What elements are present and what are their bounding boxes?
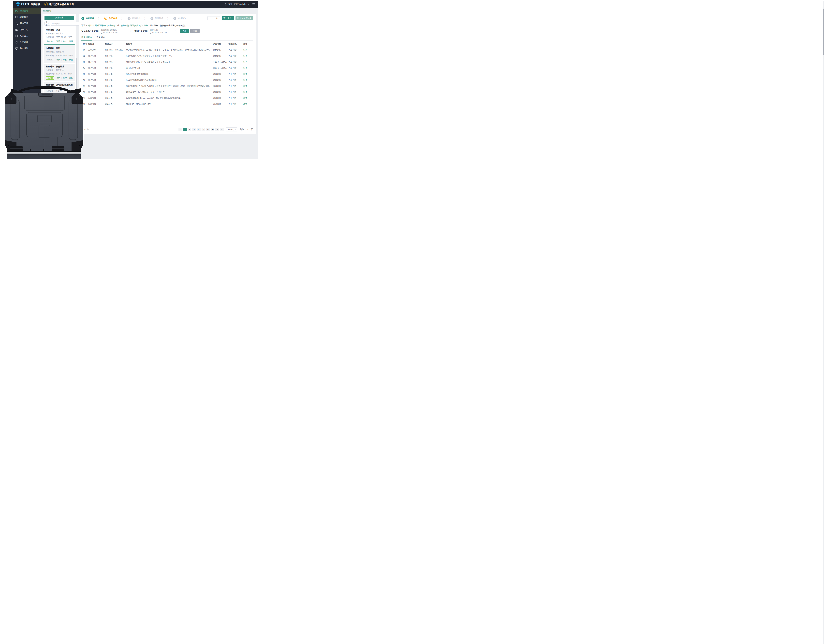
sidebar-item-系统运维[interactable]: 系统运维› xyxy=(13,45,41,52)
chevron-down-icon[interactable]: ∨ xyxy=(248,3,249,5)
tab-check-items[interactable]: 检查项列表 xyxy=(81,35,92,40)
menu-icon[interactable] xyxy=(252,3,255,5)
check-action-link[interactable]: 检查 xyxy=(243,85,248,87)
cell-severity: 弱口令：高危... xyxy=(213,67,228,69)
prev-page-button[interactable]: 〈 xyxy=(178,128,182,131)
column-header-检查结果: 检查结果 xyxy=(228,43,243,45)
device-corner-bumper xyxy=(72,93,83,104)
card-action-删除[interactable]: 删除 xyxy=(69,77,73,80)
task-card-title: 检查对象：测试 xyxy=(46,47,73,50)
cell-check-item: 远程登录应使用https，ssh协议，禁止使用其他远程登录协议。 xyxy=(126,97,213,100)
page-button-6[interactable]: 6 xyxy=(206,128,210,131)
card-action-删除[interactable]: 删除 xyxy=(69,58,73,61)
baseline-task-select[interactable]: 配置核查在线任务_20241010174302 ∨ xyxy=(100,29,132,33)
card-action-修改[interactable]: 修改 xyxy=(63,58,67,61)
task-card[interactable]: 检查对象：测试检查对象：调度主站检查时间：2024-10-30 - 2024-1… xyxy=(44,46,75,63)
task-card-title: 检查对象：测试 xyxy=(46,29,73,31)
check-action-link[interactable]: 检查 xyxy=(243,67,248,69)
sidebar-item-系统管理[interactable]: 系统管理› xyxy=(13,39,41,45)
cell-result: 人工判断 xyxy=(228,79,243,81)
prev-step-button[interactable]: 〈 上一步 xyxy=(208,16,220,20)
brand-name: ELEX xyxy=(21,3,29,6)
sidebar-item-系统日志[interactable]: 系统日志› xyxy=(13,33,41,39)
task-card[interactable]: 检查对象：测试检查对象：调度主站检查时间：2025-01-08 - 2025-0… xyxy=(44,27,75,44)
step-体系结构[interactable]: ✓体系结构 xyxy=(81,17,94,20)
check-action-link[interactable]: 检查 xyxy=(243,61,248,63)
elex-diamond-icon xyxy=(16,2,20,6)
chevron-down-icon: ∨ xyxy=(175,30,176,32)
card-action-修改[interactable]: 修改 xyxy=(63,77,67,80)
more-pages-button[interactable]: ••• xyxy=(211,128,214,131)
cell-check-item: 口令应密文存储 xyxy=(126,67,213,69)
check-action-link[interactable]: 检查 xyxy=(243,103,248,106)
step-运维行为[interactable]: 6运维行为 xyxy=(174,17,186,20)
page-button-5[interactable]: 5 xyxy=(201,128,205,131)
step-监测评估[interactable]: 3监测评估 xyxy=(128,17,140,20)
page-size-select[interactable]: 10条/页∨ xyxy=(226,127,237,132)
step-系统本体[interactable]: 2系统本体 xyxy=(104,17,117,20)
search-input[interactable] xyxy=(51,21,79,26)
page-button-2[interactable]: 2 xyxy=(188,128,191,131)
check-action-link[interactable]: 检查 xyxy=(243,79,248,81)
next-step-button[interactable]: 下一步 〉 xyxy=(221,16,234,20)
new-check-button[interactable]: 新建检查 xyxy=(45,15,74,20)
check-action-link[interactable]: 检查 xyxy=(243,91,248,93)
step-基础设施[interactable]: 4基础设施 xyxy=(151,17,163,20)
filter-select[interactable]: 全部 ∨ xyxy=(45,21,50,26)
task-card[interactable]: 检查对象：任务检查检查对象：调度主站检查时间：2024-10-30 - 2024… xyxy=(44,64,75,81)
generate-result-button[interactable]: 生成检查结果 xyxy=(235,16,253,20)
chevron-right-icon: 〉 xyxy=(230,17,232,20)
welcome-text[interactable]: 欢迎, 管理员[admin] xyxy=(228,3,246,6)
chevron-right-icon: › xyxy=(38,48,39,49)
cell-check-point: 账户管理 xyxy=(88,91,105,94)
notice-link[interactable]: 辅助检测>漏洞扫描>新建任务 xyxy=(121,25,148,27)
check-action-link[interactable]: 检查 xyxy=(243,49,248,51)
associate-button[interactable]: 关联 xyxy=(180,29,189,33)
sidebar-item-辅助检测[interactable]: 辅助检测 xyxy=(13,14,41,20)
notice-text: 可通过" xyxy=(81,25,88,27)
cell-check-point: 账户管理 xyxy=(88,73,105,76)
tab-device-list[interactable]: 设备列表 xyxy=(97,35,105,40)
cell-check-point: 账户管理 xyxy=(88,85,105,87)
sidebar-item-用户中心[interactable]: 用户中心› xyxy=(13,26,41,33)
page-button-3[interactable]: 3 xyxy=(192,128,196,131)
sidebar-item-网络工具[interactable]: 网络工具 xyxy=(13,20,41,26)
check-action-link[interactable]: 检查 xyxy=(243,97,248,99)
task-card-time: 检查时间：2024-10-30 - 2024-10-31 xyxy=(46,72,73,75)
page-button-1[interactable]: 1 xyxy=(183,128,187,131)
next-page-button[interactable]: 〉 xyxy=(220,128,224,131)
cell-severity: 弱口令：高危... xyxy=(213,61,228,63)
cell-action: 检查 xyxy=(243,103,252,106)
file-lines-icon xyxy=(15,35,18,37)
task-card-title: 检查对象：任务检查 xyxy=(46,65,73,68)
chevron-right-icon: › xyxy=(38,35,39,37)
table-body: 01设备选型网络设备、安全设备、...生产控制大区服务器、工作站、路由器、交换机… xyxy=(81,47,253,107)
reset-button[interactable]: 重置 xyxy=(191,29,200,33)
cell-check-item: 身份鉴别信息应具有复杂度要求，禁止使用弱口令。 xyxy=(126,61,213,63)
task-card-object: 检查对象：调度主站 xyxy=(46,51,73,54)
sidebar-item-检查管理[interactable]: 检查管理 xyxy=(13,8,41,14)
cell-action: 检查 xyxy=(243,49,252,51)
check-action-link[interactable]: 检查 xyxy=(243,55,248,57)
goto-page-input[interactable] xyxy=(245,128,250,131)
cell-check-subject: 网络设备 xyxy=(105,55,126,57)
card-action-修改[interactable]: 修改 xyxy=(63,40,67,43)
goto-label: 前往 xyxy=(240,128,244,131)
check-action-link[interactable]: 检查 xyxy=(243,73,248,75)
column-header-操作: 操作 xyxy=(243,43,252,45)
clipboard-gear-icon xyxy=(15,9,18,12)
device-corner-bumper xyxy=(5,93,17,104)
pagination: 共 77 条 〈123456•••8〉10条/页∨前往页 xyxy=(81,127,253,132)
page-button-8[interactable]: 8 xyxy=(215,128,219,131)
vuln-task-select[interactable]: 漏洞扫描_20241010174159 ∨ xyxy=(149,29,177,33)
card-action-详情[interactable]: 详情 xyxy=(56,40,60,43)
cell-serial: 04 xyxy=(83,67,88,69)
page-button-4[interactable]: 4 xyxy=(197,128,201,131)
cell-action: 检查 xyxy=(243,73,252,76)
card-action-删除[interactable]: 删除 xyxy=(69,40,73,43)
notice-link[interactable]: 辅助检测>配置核查>新建任务 xyxy=(88,25,115,27)
card-action-详情[interactable]: 详情 xyxy=(56,77,60,80)
step-label: 系统本体 xyxy=(109,17,117,20)
card-action-详情[interactable]: 详情 xyxy=(56,58,60,61)
user-icon xyxy=(224,3,227,6)
